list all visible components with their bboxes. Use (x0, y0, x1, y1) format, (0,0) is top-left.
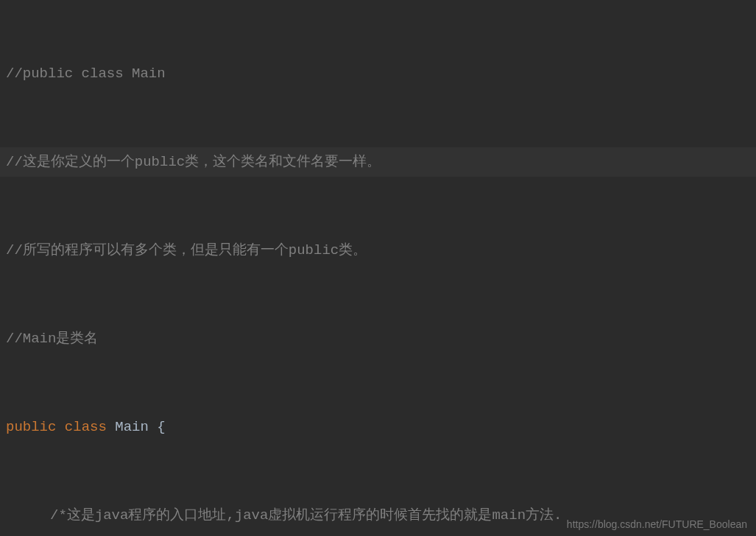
comment-text: //public class Main (6, 59, 166, 88)
code-line[interactable]: //Main是类名 (0, 324, 756, 353)
brace: { (157, 412, 165, 442)
keyword-public: public (6, 412, 65, 442)
code-line[interactable]: //这是你定义的一个public类，这个类名和文件名要一样。 (0, 147, 756, 177)
code-line[interactable]: public class Main { (0, 412, 756, 442)
code-line[interactable]: //所写的程序可以有多个类，但是只能有一个public类。 (0, 236, 756, 265)
code-line[interactable]: //public class Main (0, 59, 756, 88)
code-editor[interactable]: //public class Main //这是你定义的一个public类，这个… (0, 0, 756, 536)
watermark-text: https://blog.csdn.net/FUTURE_Boolean (567, 518, 747, 530)
keyword-class: class (65, 412, 115, 442)
comment-text: //这是你定义的一个public类，这个类名和文件名要一样。 (6, 147, 381, 177)
comment-text: /*这是java程序的入口地址,java虚拟机运行程序的时候首先找的就是main… (50, 501, 562, 530)
class-name: Main (115, 412, 157, 442)
comment-text: //Main是类名 (6, 324, 98, 353)
comment-text: //所写的程序可以有多个类，但是只能有一个public类。 (6, 236, 367, 265)
